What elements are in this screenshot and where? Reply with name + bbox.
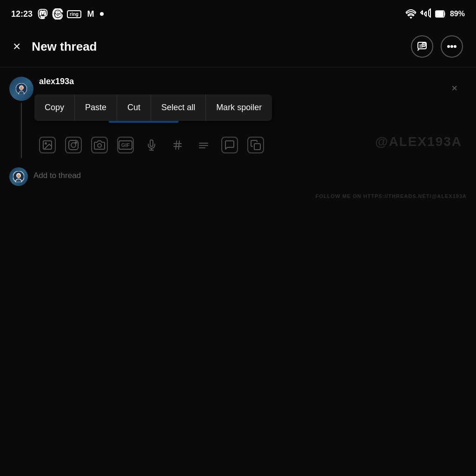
status-icons: ring M [37, 8, 104, 20]
compose-right: × alex193a Copy Paste Cut Select all Mar… [39, 77, 467, 158]
gif-badge: GIF [119, 140, 132, 150]
draft-button[interactable] [411, 35, 433, 58]
thread-line [21, 103, 22, 158]
thread-second: Add to thread FOLLOW ME ON HTTPS://THREA… [0, 160, 476, 193]
gmail-icon: M [85, 8, 96, 20]
image-icon[interactable] [39, 137, 56, 153]
username: alex193a [39, 77, 467, 86]
main-content: × alex193a Copy Paste Cut Select all Mar… [0, 67, 476, 203]
header-title: New thread [32, 40, 97, 54]
ring-icon: ring [67, 10, 81, 18]
copy-button[interactable]: Copy [34, 94, 75, 121]
header-right [411, 35, 463, 58]
thread-compose: × alex193a Copy Paste Cut Select all Mar… [0, 77, 476, 158]
gif-icon[interactable]: GIF [117, 137, 134, 153]
text-selection-toolbar: Copy Paste Cut Select all Mark spoiler [34, 94, 272, 121]
add-to-thread-placeholder[interactable]: Add to thread [33, 167, 81, 186]
paste-button[interactable]: Paste [75, 94, 117, 121]
svg-line-21 [176, 141, 177, 149]
compose-toolbar: GIF [39, 132, 467, 158]
close-button[interactable]: × [13, 39, 20, 54]
avatar-image [9, 77, 33, 101]
hashtag-icon[interactable] [169, 137, 186, 153]
mastodon-icon [37, 8, 48, 20]
svg-point-12 [45, 143, 46, 144]
app-header: × New thread [0, 26, 476, 67]
svg-point-16 [98, 144, 101, 147]
mark-spoiler-button[interactable]: Mark spoiler [206, 94, 272, 121]
chat-icon[interactable] [221, 137, 238, 153]
camera-icon[interactable] [91, 137, 108, 153]
svg-point-15 [75, 142, 77, 143]
select-all-button[interactable]: Select all [151, 94, 206, 121]
instagram-icon[interactable] [65, 137, 82, 153]
status-right: 89% [405, 8, 465, 20]
status-bar: 12:23 ring M [0, 0, 476, 26]
user-avatar [9, 77, 33, 101]
avatar-column [9, 77, 33, 158]
svg-point-8 [454, 46, 456, 47]
svg-rect-1 [436, 12, 443, 16]
svg-point-7 [451, 46, 453, 47]
battery-percent: 89% [450, 10, 465, 18]
status-left: 12:23 ring M [11, 8, 104, 20]
follow-watermark: FOLLOW ME ON HTTPS://THREADS.NET/@ALEX19… [316, 193, 467, 199]
wifi-icon [405, 8, 416, 20]
svg-rect-26 [254, 144, 260, 150]
svg-line-22 [178, 141, 179, 149]
second-avatar [9, 167, 28, 186]
mic-icon[interactable] [143, 137, 160, 153]
more-button[interactable] [441, 35, 463, 58]
svg-point-6 [448, 46, 450, 47]
cut-button[interactable]: Cut [117, 94, 151, 121]
header-left: × New thread [13, 39, 97, 54]
dismiss-button[interactable]: × [451, 82, 457, 94]
status-time: 12:23 [11, 9, 33, 19]
battery-icon [435, 8, 446, 20]
duplicate-icon[interactable] [247, 137, 264, 153]
list-icon[interactable] [195, 137, 212, 153]
threads-icon [52, 8, 63, 20]
svg-point-14 [71, 143, 76, 147]
signal-icon [420, 8, 431, 20]
notification-dot [100, 12, 104, 16]
